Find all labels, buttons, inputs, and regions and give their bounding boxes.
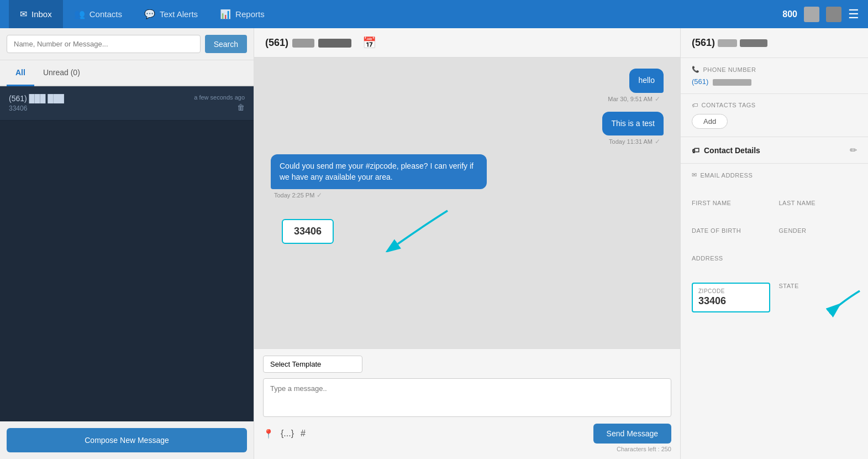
compose-icons: 📍 {...} #	[263, 429, 306, 439]
gender-group: GENDER	[779, 227, 858, 247]
first-name-group: FIRST NAME	[692, 200, 770, 220]
first-name-label: FIRST NAME	[692, 200, 770, 206]
rp-tags-label: 🏷 Contacts Tags	[692, 102, 857, 108]
nav-menu-icon[interactable]: ☰	[848, 7, 859, 22]
annotation-arrow-svg	[381, 208, 453, 252]
nav-text-alerts[interactable]: 💬 Text Alerts	[133, 0, 209, 28]
tabs: All Unread (0)	[0, 60, 254, 86]
message-meta-3: Today 2:25 PM ✓	[274, 191, 322, 199]
gender-value	[779, 236, 858, 247]
chat-area: (561) 📅 hello Mar 30, 9:51 AM ✓ Thi	[254, 28, 680, 459]
contact-meta: a few seconds ago 🗑	[194, 94, 245, 112]
rp-phone-number: (561)	[692, 37, 767, 49]
contact-list: (561) ███ ███ 33406 a few seconds ago 🗑	[0, 86, 254, 421]
delete-icon[interactable]: 🗑	[237, 103, 245, 112]
check-icon-1: ✓	[655, 95, 660, 103]
nav-count: 800	[782, 9, 797, 19]
search-bar: Search	[0, 28, 254, 60]
message-bubble-3: Could you send me your #zipcode, please?…	[271, 154, 487, 189]
text-alerts-icon: 💬	[144, 9, 155, 19]
phone-redacted-2	[318, 39, 351, 48]
phone-section-icon: 📞	[692, 66, 700, 73]
message-meta-1: Mar 30, 9:51 AM ✓	[608, 95, 660, 103]
nav-avatar[interactable]	[804, 7, 819, 22]
reports-icon: 📊	[220, 9, 231, 19]
messages-container: hello Mar 30, 9:51 AM ✓ This is a test T…	[254, 58, 680, 348]
compose-button[interactable]: Compose New Message	[7, 428, 247, 452]
rp-header: (561)	[681, 28, 868, 58]
address-value	[692, 264, 857, 275]
rp-details-title: 🏷 Contact Details	[692, 146, 760, 155]
dob-value	[692, 236, 770, 247]
dob-label: DATE OF BIRTH	[692, 227, 770, 234]
send-message-button[interactable]: Send Message	[593, 424, 671, 444]
rp-redacted-1	[718, 39, 737, 47]
tab-unread[interactable]: Unread (0)	[34, 60, 89, 86]
zipcode-state-area: ZIPCODE 33406 STATE	[692, 283, 857, 312]
contact-sub: 33406	[9, 105, 194, 112]
rp-phone-section: 📞 PHONE NUMBER (561)	[681, 58, 868, 94]
chat-phone-number: (561)	[265, 37, 351, 49]
details-icon: 🏷	[692, 146, 699, 155]
tab-all[interactable]: All	[7, 60, 34, 86]
template-select-row: Select Template	[263, 356, 671, 373]
nav-contacts-label: Contacts	[90, 9, 122, 19]
check-icon-3: ✓	[317, 191, 322, 199]
contact-time: a few seconds ago	[194, 94, 245, 101]
rp-phone-value[interactable]: (561)	[692, 77, 857, 86]
phone-redacted-1	[292, 39, 314, 48]
dob-group: DATE OF BIRTH	[692, 227, 770, 247]
main-layout: Search All Unread (0) (561) ███ ███ 3340…	[0, 28, 868, 459]
edit-icon[interactable]: ✏	[850, 145, 857, 155]
hash-icon[interactable]: #	[301, 429, 306, 439]
address-group: ADDRESS	[692, 255, 857, 275]
rp-tags-section: 🏷 Contacts Tags Add	[681, 94, 868, 137]
variables-icon[interactable]: {...}	[281, 429, 294, 439]
gender-label: GENDER	[779, 227, 858, 234]
address-label: ADDRESS	[692, 255, 857, 262]
rp-redacted-2	[740, 39, 767, 47]
tag-icon: 🏷	[692, 102, 698, 108]
zipcode-value: 33406	[698, 295, 764, 307]
last-name-group: LAST NAME	[779, 200, 858, 220]
template-dropdown[interactable]: Select Template	[263, 356, 362, 373]
contact-item[interactable]: (561) ███ ███ 33406 a few seconds ago 🗑	[0, 86, 254, 121]
nav-contacts[interactable]: 👥 Contacts	[63, 0, 133, 28]
name-grid: FIRST NAME LAST NAME DATE OF BIRTH GENDE…	[692, 200, 857, 247]
rp-phone-label: 📞 PHONE NUMBER	[692, 66, 857, 73]
nav-inbox[interactable]: ✉ Inbox	[9, 0, 63, 28]
contacts-icon: 👥	[74, 9, 85, 19]
message-bubble-1: hello	[629, 69, 664, 93]
last-name-value	[779, 208, 858, 220]
email-label: ✉ EMAIL ADDRESS	[692, 171, 857, 179]
location-icon[interactable]: 📍	[263, 429, 274, 439]
last-name-label: LAST NAME	[779, 200, 858, 206]
chars-left: Characters left : 250	[263, 446, 671, 452]
nav-reports-label: Reports	[235, 9, 265, 19]
rp-phone-redacted	[713, 79, 751, 86]
annotation-area: 33406	[271, 213, 664, 244]
rp-arrow-svg	[818, 288, 862, 321]
message-meta-2: Today 11:31 AM ✓	[609, 138, 660, 145]
rp-fields: ✉ EMAIL ADDRESS FIRST NAME LAST NAME DAT…	[681, 164, 868, 320]
mail-icon: ✉	[692, 171, 697, 179]
calendar-icon[interactable]: 📅	[362, 36, 376, 49]
message-textarea[interactable]	[263, 378, 671, 417]
search-button[interactable]: Search	[205, 35, 247, 53]
top-nav: ✉ Inbox 👥 Contacts 💬 Text Alerts 📊 Repor…	[0, 0, 868, 28]
zipcode-box: ZIPCODE 33406	[692, 283, 770, 312]
search-input[interactable]	[7, 35, 201, 53]
message-wrapper-2: This is a test Today 11:31 AM ✓	[271, 112, 664, 153]
inbox-icon: ✉	[20, 9, 27, 19]
nav-avatar2[interactable]	[826, 7, 841, 22]
nav-reports[interactable]: 📊 Reports	[209, 0, 276, 28]
zipcode-annotation-box: 33406	[282, 219, 334, 244]
check-icon-2: ✓	[655, 138, 660, 145]
compose-area: Select Template 📍 {...} # Send Message C…	[254, 348, 680, 459]
add-tag-button[interactable]: Add	[692, 114, 728, 129]
compose-footer: 📍 {...} # Send Message	[263, 424, 671, 444]
message-wrapper-1: hello Mar 30, 9:51 AM ✓	[271, 69, 664, 109]
email-value	[692, 181, 857, 192]
left-sidebar: Search All Unread (0) (561) ███ ███ 3340…	[0, 28, 254, 459]
message-bubble-2: This is a test	[602, 112, 664, 136]
